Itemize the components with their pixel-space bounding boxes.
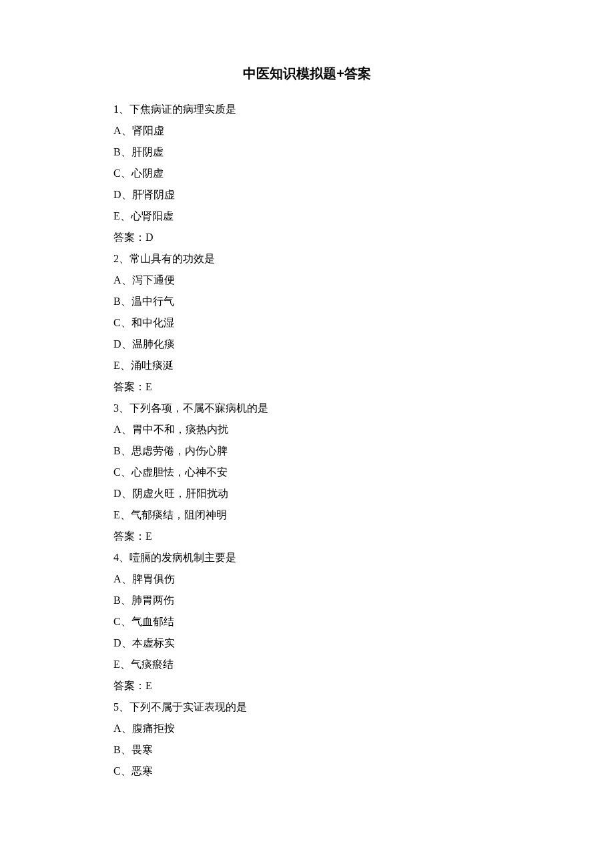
- question-block: 3、下列各项，不属不寐病机的是A、胃中不和，痰热内扰B、思虑劳倦，内伤心脾C、心…: [113, 398, 501, 547]
- question-option: C、气血郁结: [113, 611, 501, 632]
- question-option: A、胃中不和，痰热内扰: [113, 419, 501, 440]
- question-block: 2、常山具有的功效是A、泻下通便B、温中行气C、和中化湿D、温肺化痰E、涌吐痰涎…: [113, 248, 501, 398]
- question-option: C、心阴虚: [113, 163, 501, 184]
- question-answer: 答案：E: [113, 376, 501, 398]
- question-option: D、肝肾阴虚: [113, 184, 501, 205]
- question-option: A、脾胃俱伤: [113, 568, 501, 590]
- question-block: 4、噎膈的发病机制主要是A、脾胃俱伤B、肺胃两伤C、气血郁结D、本虚标实E、气痰…: [113, 547, 501, 697]
- question-answer: 答案：D: [113, 227, 501, 248]
- question-option: A、肾阳虚: [113, 120, 501, 141]
- question-option: E、气痰瘀结: [113, 654, 501, 675]
- question-option: E、涌吐痰涎: [113, 355, 501, 376]
- question-option: E、气郁痰结，阻闭神明: [113, 504, 501, 526]
- question-stem: 3、下列各项，不属不寐病机的是: [113, 398, 501, 419]
- question-option: B、思虑劳倦，内伤心脾: [113, 440, 501, 462]
- question-block: 5、下列不属于实证表现的是A、腹痛拒按B、畏寒C、恶寒: [113, 697, 501, 782]
- question-answer: 答案：E: [113, 526, 501, 547]
- question-option: A、泻下通便: [113, 270, 501, 291]
- question-stem: 1、下焦病证的病理实质是: [113, 99, 501, 120]
- question-option: B、温中行气: [113, 291, 501, 312]
- question-block: 1、下焦病证的病理实质是A、肾阳虚B、肝阴虚C、心阴虚D、肝肾阴虚E、心肾阳虚答…: [113, 99, 501, 248]
- question-option: C、和中化湿: [113, 312, 501, 334]
- question-answer: 答案：E: [113, 675, 501, 697]
- question-stem: 5、下列不属于实证表现的是: [113, 697, 501, 718]
- question-stem: 4、噎膈的发病机制主要是: [113, 547, 501, 568]
- question-option: B、肺胃两伤: [113, 590, 501, 611]
- question-option: C、心虚胆怯，心神不安: [113, 462, 501, 483]
- question-option: A、腹痛拒按: [113, 718, 501, 739]
- question-option: D、本虚标实: [113, 632, 501, 654]
- question-option: B、肝阴虚: [113, 141, 501, 163]
- question-option: E、心肾阳虚: [113, 205, 501, 227]
- question-option: C、恶寒: [113, 761, 501, 782]
- questions-container: 1、下焦病证的病理实质是A、肾阳虚B、肝阴虚C、心阴虚D、肝肾阴虚E、心肾阳虚答…: [113, 99, 501, 782]
- document-title: 中医知识模拟题+答案: [113, 60, 501, 87]
- question-option: B、畏寒: [113, 739, 501, 761]
- question-stem: 2、常山具有的功效是: [113, 248, 501, 270]
- question-option: D、阴虚火旺，肝阳扰动: [113, 483, 501, 504]
- question-option: D、温肺化痰: [113, 334, 501, 355]
